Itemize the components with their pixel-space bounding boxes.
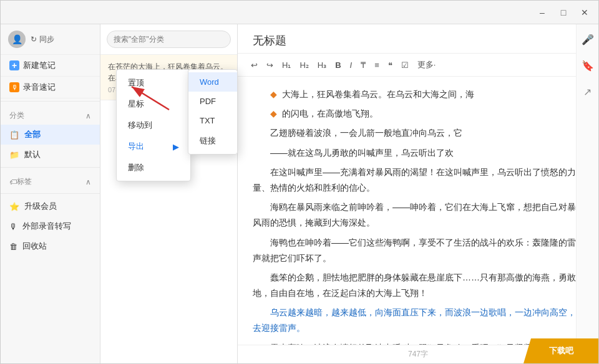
new-note-plus-icon: + [9,60,19,70]
context-menu-pin-label: 置顶 [128,77,144,89]
divider-2 [1,167,100,168]
share-button[interactable]: ↗ [579,83,597,100]
para-7: 海鸭也在呻吟着——它们这些海鸭啊，享受不了生活的战斗的欢乐：轰隆隆的雷声就把它们… [253,235,583,266]
voice-note-label: 录音速记 [23,82,56,93]
sidebar-item-default[interactable]: 📁 默认 [1,145,100,165]
submenu: Word PDF TXT 链接 [188,69,238,155]
h3-button[interactable]: H₃ [314,59,329,72]
sidebar-item-upgrade[interactable]: ⭐ 升级会员 [1,196,100,216]
right-icons: 🎤 🔖 ↗ [576,24,598,363]
submenu-item-txt[interactable]: TXT [188,111,237,130]
para-9: 乌云越来越暗，越来越低，向海面直压下来，而波浪一边歌唱，一边冲向高空，去迎接雷声… [253,305,583,336]
context-menu-item-delete[interactable]: 删除 [117,157,190,178]
context-menu-item-move[interactable]: 移动到 [117,115,190,136]
sidebar-item-external[interactable]: 🎙 外部录音转写 [1,216,100,236]
divider-3 [1,193,100,194]
tags-label: 标签 [17,176,32,187]
sidebar-item-default-label: 默认 [24,149,41,160]
para-2: ◆ 的闪电，在高傲地飞翔。 [253,106,583,122]
categories-label: 分类 [9,110,24,121]
minimize-button[interactable]: – [533,6,551,19]
context-menu-move-label: 移动到 [128,120,152,131]
context-menu-item-export[interactable]: 导出 ▶ [117,136,190,157]
list-button[interactable]: ≡ [371,59,382,72]
sidebar-header: 👤 ↻ 同步 [1,24,100,55]
new-note-button[interactable]: + 新建笔记 [1,55,100,77]
close-button[interactable]: ✕ [576,6,593,19]
watermark: 下载吧 [524,338,598,363]
editor-content[interactable]: ◆ 大海上，狂风卷集着乌云。在乌云和大海之间，海 ◆ 的闪电，在高傲地飞翔。 乙… [238,77,598,345]
sidebar-item-trash[interactable]: 🗑 回收站 [1,236,100,256]
avatar: 👤 [8,31,26,48]
editor: 无标题 ↩ ↪ H₁ H₂ H₃ B I ₸ ≡ ❝ ☑ 更多· ◆ 大海上，狂… [238,24,598,363]
main-area: 👤 ↻ 同步 + 新建笔记 🎙 录音速记 分类 ∧ � [1,24,598,363]
tags-collapse-icon[interactable]: ∧ [85,178,91,186]
h2-button[interactable]: H₂ [296,59,311,72]
h1-button[interactable]: H₁ [279,59,294,72]
voice-note-icon: 🎙 [9,82,19,92]
bookmark-button[interactable]: 🔖 [579,57,597,74]
context-menu-delete-label: 删除 [128,162,144,173]
tags-icon: 🏷 [9,178,17,186]
more-button[interactable]: 更多· [414,57,439,72]
submenu-item-pdf[interactable]: PDF [188,92,237,111]
mic-button[interactable]: 🎤 [579,31,597,48]
context-menu-item-pin[interactable]: 置顶 [117,72,190,93]
bold-button[interactable]: B [332,59,344,72]
context-menu-export-label: 导出 [128,141,144,152]
context-menu-star-label: 星标 [128,98,144,110]
divider-1 [1,101,100,102]
voice-note-button[interactable]: 🎙 录音速记 [1,77,100,98]
external-label: 外部录音转写 [22,221,71,232]
external-icon: 🎙 [9,222,17,231]
para-4: ——就在这鸟儿勇敢的叫喊声里，乌云听出了欢 [253,145,583,161]
checkbox-button[interactable]: ☑ [398,59,412,72]
bullet-1: ◆ [270,89,277,99]
search-bar [100,24,237,55]
search-input[interactable] [107,31,231,48]
app-window: – □ ✕ 👤 ↻ 同步 + 新建笔记 🎙 录音速 [0,0,599,364]
sync-area[interactable]: ↻ 同步 [31,34,54,45]
undo-button[interactable]: ↩ [248,59,261,72]
strikethrough-button[interactable]: ₸ [358,59,369,72]
italic-button[interactable]: I [347,59,356,72]
submenu-arrow-icon: ▶ [173,142,179,151]
para-1: ◆ 大海上，狂风卷集着乌云。在乌云和大海之间，海 [253,87,583,102]
avatar-icon: 👤 [12,34,22,44]
upgrade-icon: ⭐ [9,202,19,211]
editor-toolbar: ↩ ↪ H₁ H₂ H₃ B I ₸ ≡ ❝ ☑ 更多· [238,54,598,77]
categories-collapse-icon[interactable]: ∧ [85,112,91,120]
sidebar: 👤 ↻ 同步 + 新建笔记 🎙 录音速记 分类 ∧ � [1,24,100,363]
bullet-2: ◆ [270,108,277,118]
new-note-label: 新建笔记 [23,60,56,71]
redo-button[interactable]: ↪ [263,59,276,72]
para-5: 在这叫喊声里——充满着对暴风雨的渴望！在这叫喊声里，乌云听出了愤怒的力量、热情的… [253,165,583,196]
context-menu-item-star[interactable]: 星标 [117,93,190,115]
quote-button[interactable]: ❝ [385,59,396,72]
context-menu: 置顶 星标 移动到 导出 ▶ 删除 [116,69,191,181]
sync-label: 同步 [39,34,54,45]
upgrade-label: 升级会员 [24,201,57,212]
para-8: 蠢笨的企鹅，胆怯地把肥胖的身体躲藏在悬崖底下……只有那高傲的海燕，勇敢地，自由自… [253,270,583,301]
window-controls: – □ ✕ [533,6,593,19]
editor-title: 无标题 [238,24,598,54]
tags-section: 🏷 标签 ∧ [1,170,100,191]
sidebar-item-all-icon: 📋 [9,130,19,140]
para-6: 海鸥在暴风雨来临之前呻吟着，——呻吟着，它们在大海上飞窜，想把自己对暴风雨的恐惧… [253,199,583,231]
sync-icon: ↻ [31,35,37,44]
submenu-item-word[interactable]: Word [188,72,237,92]
para-3: 乙翅膀碰着波浪，一会儿箭一般地直冲向乌云，它 [253,125,583,141]
trash-icon: 🗑 [9,242,17,251]
submenu-item-link[interactable]: 链接 [188,130,237,151]
titlebar: – □ ✕ [1,1,598,24]
categories-section: 分类 ∧ [1,104,100,125]
sidebar-item-all[interactable]: 📋 全部 [1,125,100,145]
sidebar-item-default-icon: 📁 [9,150,19,160]
maximize-button[interactable]: □ [555,6,572,19]
trash-label: 回收站 [22,241,47,252]
sidebar-item-all-label: 全部 [24,129,41,140]
